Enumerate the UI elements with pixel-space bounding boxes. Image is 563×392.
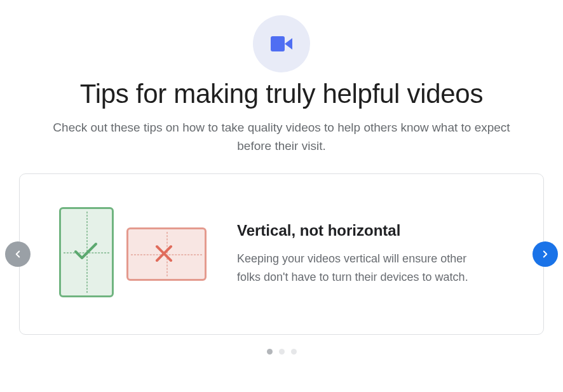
video-camera-icon bbox=[271, 36, 292, 51]
tip-body: Keeping your videos vertical will ensure… bbox=[237, 250, 472, 287]
check-icon bbox=[73, 240, 98, 262]
tip-text: Vertical, not horizontal Keeping your vi… bbox=[218, 222, 517, 287]
tip-heading: Vertical, not horizontal bbox=[237, 222, 517, 240]
carousel-prev-button[interactable] bbox=[5, 241, 31, 267]
page-title: Tips for making truly helpful videos bbox=[25, 79, 538, 109]
tip-illustration bbox=[46, 197, 218, 311]
carousel-dot-1[interactable] bbox=[267, 349, 273, 355]
carousel-dot-3[interactable] bbox=[291, 349, 297, 355]
carousel-dots bbox=[0, 349, 563, 355]
carousel: Vertical, not horizontal Keeping your vi… bbox=[0, 173, 563, 335]
carousel-dot-2[interactable] bbox=[279, 349, 285, 355]
chevron-right-icon bbox=[539, 248, 551, 260]
carousel-next-button[interactable] bbox=[532, 241, 558, 267]
header-icon-circle bbox=[253, 15, 310, 72]
chevron-left-icon bbox=[12, 248, 24, 260]
page-subtitle: Check out these tips on how to take qual… bbox=[46, 118, 517, 156]
tip-card: Vertical, not horizontal Keeping your vi… bbox=[19, 173, 544, 335]
tips-panel: Tips for making truly helpful videos Che… bbox=[0, 0, 563, 362]
cross-icon bbox=[153, 243, 175, 264]
